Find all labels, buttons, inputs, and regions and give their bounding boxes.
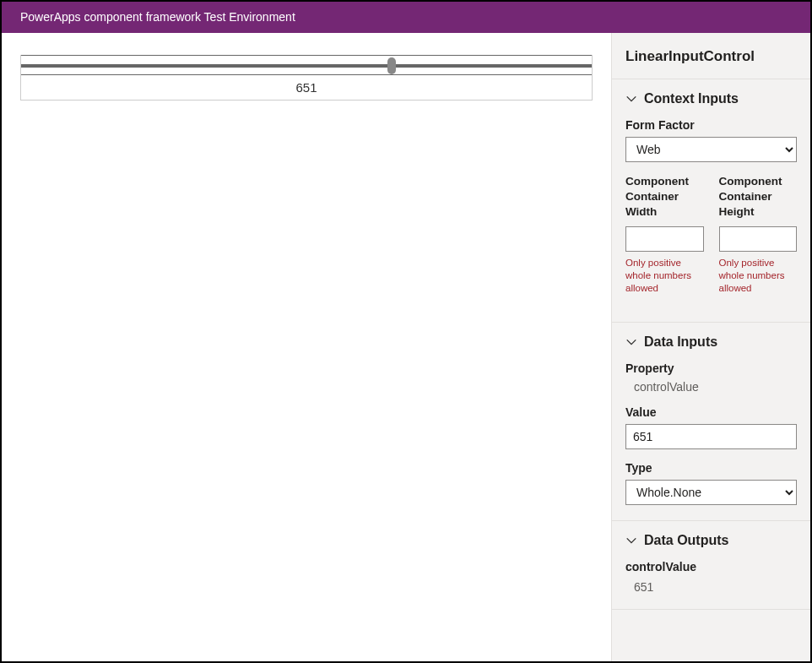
section-header-data-inputs[interactable]: Data Inputs — [625, 334, 797, 350]
slider-thumb[interactable] — [387, 57, 396, 74]
section-title-data-inputs: Data Inputs — [644, 334, 717, 350]
property-label: Property — [625, 361, 797, 375]
field-output-controlvalue: controlValue 651 — [625, 560, 797, 594]
chevron-down-icon — [625, 93, 637, 105]
container-width-error: Only positive whole numbers allowed — [625, 257, 704, 295]
section-context-inputs: Context Inputs Form Factor Web Component… — [612, 79, 810, 323]
properties-panel: LinearInputControl Context Inputs Form F… — [611, 33, 810, 661]
section-data-outputs: Data Outputs controlValue 651 — [612, 521, 810, 610]
field-value: Value — [625, 405, 797, 449]
property-value: controlValue — [625, 380, 797, 394]
chevron-down-icon — [625, 535, 637, 546]
section-header-data-outputs[interactable]: Data Outputs — [625, 533, 797, 548]
panel-title: LinearInputControl — [612, 33, 810, 79]
value-input[interactable] — [625, 424, 797, 449]
form-factor-select[interactable]: Web — [625, 137, 797, 162]
field-property: Property controlValue — [625, 361, 797, 394]
content-area: 651 LinearInputControl Context Inputs Fo… — [2, 33, 810, 661]
slider-value-label: 651 — [21, 75, 592, 100]
container-width-label: Component Container Width — [625, 174, 704, 221]
type-label: Type — [625, 461, 797, 475]
field-form-factor: Form Factor Web — [625, 118, 797, 162]
linear-input-control: 651 — [20, 55, 593, 101]
field-type: Type Whole.None — [625, 461, 797, 505]
field-container-width: Component Container Width Only positive … — [625, 174, 704, 295]
chevron-down-icon — [625, 336, 637, 348]
value-label: Value — [625, 405, 797, 419]
type-select[interactable]: Whole.None — [625, 480, 797, 505]
slider-rail — [21, 64, 592, 68]
output-controlvalue-label: controlValue — [625, 560, 797, 573]
titlebar: PowerApps component framework Test Envir… — [2, 2, 810, 33]
field-container-height: Component Container Height Only positive… — [719, 174, 798, 307]
container-height-error: Only positive whole numbers allowed — [719, 257, 798, 295]
app-window: PowerApps component framework Test Envir… — [2, 2, 810, 661]
section-header-context[interactable]: Context Inputs — [625, 91, 797, 106]
section-title-data-outputs: Data Outputs — [644, 533, 728, 548]
section-title-context: Context Inputs — [644, 91, 739, 106]
container-height-label: Component Container Height — [719, 174, 798, 221]
section-data-inputs: Data Inputs Property controlValue Value … — [612, 323, 810, 521]
output-controlvalue-value: 651 — [625, 580, 797, 594]
form-factor-label: Form Factor — [625, 118, 797, 132]
container-height-input[interactable] — [719, 226, 798, 252]
main-canvas: 651 — [2, 33, 611, 661]
slider-track[interactable] — [21, 55, 592, 75]
container-width-input[interactable] — [625, 226, 704, 252]
